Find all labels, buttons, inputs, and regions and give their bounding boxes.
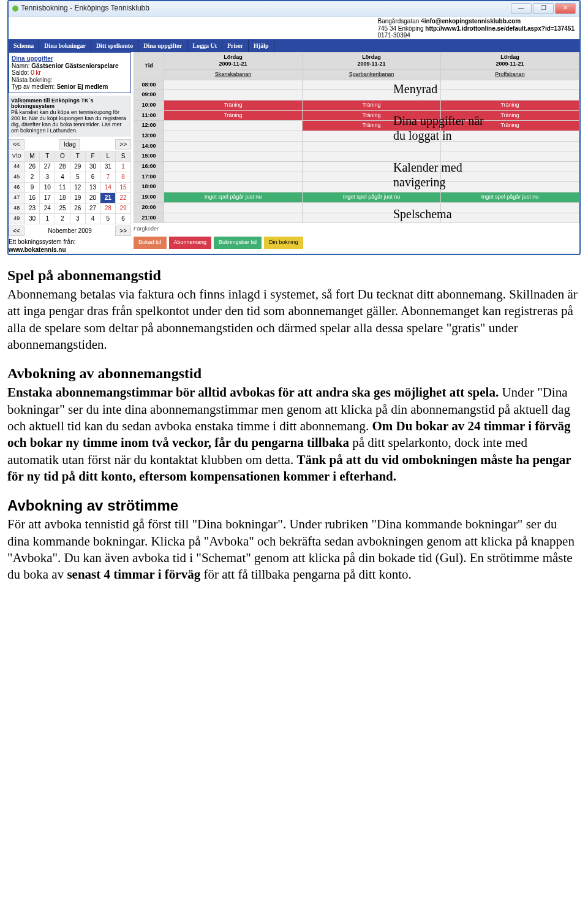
cal-selected-day[interactable]: 21: [100, 192, 116, 203]
h-avbokning-abonnemangstid: Avbokning av abonnemangstid: [7, 364, 581, 383]
legend-bokad: Bokad tid: [134, 237, 167, 249]
legend-title: Färgkoder: [134, 226, 579, 233]
p-avbokning-abonnemangstid: Enstaka abonnemangstimmar bör alltid avb…: [7, 384, 581, 485]
calendar-month-nav: << Nobember 2009 >>: [9, 226, 131, 236]
footer-note-2: www.bokatennis.nu: [9, 246, 66, 253]
user-panel-title: Dina uppgifter: [12, 55, 128, 63]
header-email: info@enkopingstennisklubb.com: [424, 18, 521, 25]
menu-priser[interactable]: Priser: [222, 39, 249, 52]
legend: Bokad tid Abonnemang Bokningsbar tid Din…: [134, 237, 579, 249]
header-phone: 0171-30394: [377, 32, 410, 39]
slot-nogame[interactable]: Inget spel pågår just nu: [164, 192, 303, 203]
court-1[interactable]: Skanskabanan: [164, 69, 303, 80]
window-close-button[interactable]: ✕: [555, 3, 576, 14]
legend-abonnemang: Abonnemang: [169, 237, 212, 249]
menu-dina-uppgifter[interactable]: Dina uppgifter: [138, 39, 187, 52]
member-type-label: Typ av medlem:: [12, 83, 55, 90]
menu-dina-bokningar[interactable]: Dina bokningar: [39, 39, 91, 52]
menu-logga-ut[interactable]: Logga Ut: [187, 39, 222, 52]
window-titlebar: Tennisbokning - Enköpings Tennisklubb — …: [9, 1, 579, 17]
court-3[interactable]: Proffsbanan: [441, 69, 579, 80]
p-spel-pa-abonnemangstid: Abonnemang betalas via faktura och finns…: [7, 286, 581, 353]
calendar: V\D M T O T F L S 442627282930311 452345…: [9, 151, 131, 224]
legend-bokningsbar: Bokningsbar tid: [214, 237, 262, 249]
header-addr2: 745 34 Enköping: [377, 25, 423, 32]
name-label: Namn:: [12, 63, 29, 69]
h-avbokning-strotimme: Avbokning av strötimme: [7, 496, 581, 515]
saldo-label: Saldo:: [12, 69, 29, 76]
menu-hjalp[interactable]: Hjälp: [249, 39, 274, 52]
saldo-value: 0 kr: [31, 69, 41, 76]
window-minimize-button[interactable]: —: [511, 3, 532, 14]
p-avbokning-strotimme: För att avboka tennistid gå först till "…: [7, 516, 581, 583]
app-icon: [12, 6, 18, 12]
cal-month-next[interactable]: >>: [115, 226, 131, 236]
menu-schema[interactable]: Schema: [9, 39, 39, 52]
cal-prev-button[interactable]: <<: [9, 139, 24, 150]
welcome-box: Välkommen till Enköpings TK´s bokningssy…: [9, 96, 131, 137]
legend-din-bokning: Din bokning: [264, 237, 303, 249]
cal-month-prev[interactable]: <<: [9, 226, 24, 236]
cal-next-button[interactable]: >>: [115, 139, 131, 150]
window-title: Tennisbokning - Enköpings Tennisklubb: [21, 4, 149, 13]
name-value: Gästsenior Gästseniorspelare: [31, 63, 118, 69]
schedule: Tid Lördag2009-11-21 Lördag2009-11-21 Lö…: [134, 52, 579, 254]
menu-ditt-spelkonto[interactable]: Ditt spelkonto: [91, 39, 138, 52]
slot-training[interactable]: Träning: [164, 100, 303, 110]
screenshot-frame: Tennisbokning - Enköpings Tennisklubb — …: [7, 0, 581, 255]
header-addr1: Bangårdsgatan 4: [377, 18, 424, 25]
court-2[interactable]: Sparbankenbanan: [303, 69, 441, 80]
user-panel: Dina uppgifter Namn: Gästsenior Gästseni…: [9, 52, 131, 93]
h-spel-pa-abonnemangstid: Spel på abonnemangstid: [7, 266, 581, 285]
calendar-nav: << Idag >>: [9, 139, 131, 150]
cal-head-wk: V\D: [9, 151, 25, 161]
window-maximize-button[interactable]: ❐: [533, 3, 554, 14]
header-info: Bangårdsgatan 4info@enkopingstennisklubb…: [9, 17, 579, 39]
welcome-title: Välkommen till Enköpings TK´s bokningssy…: [11, 97, 94, 110]
cal-today-button[interactable]: Idag: [59, 139, 80, 150]
header-url: http://www1.idrottonline.se/default.aspx…: [425, 25, 575, 32]
next-booking-label: Nästa bokning:: [12, 77, 128, 84]
member-type-value: Senior Ej medlem: [56, 83, 108, 90]
menubar: Schema Dina bokningar Ditt spelkonto Din…: [9, 39, 579, 52]
welcome-body: På kansliet kan du köpa en tenniskupong …: [11, 109, 126, 134]
sched-time-header: Tid: [134, 52, 164, 80]
footer-note-1: Ett bokningssystem från:: [9, 238, 76, 245]
cal-month-label: Nobember 2009: [44, 226, 96, 235]
